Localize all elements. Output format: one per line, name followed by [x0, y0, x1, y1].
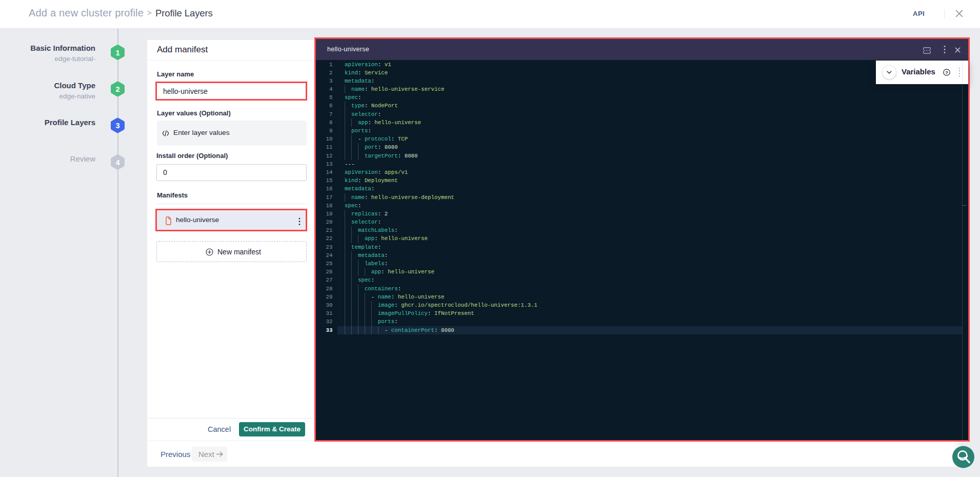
svg-text:?: ? [945, 70, 948, 75]
